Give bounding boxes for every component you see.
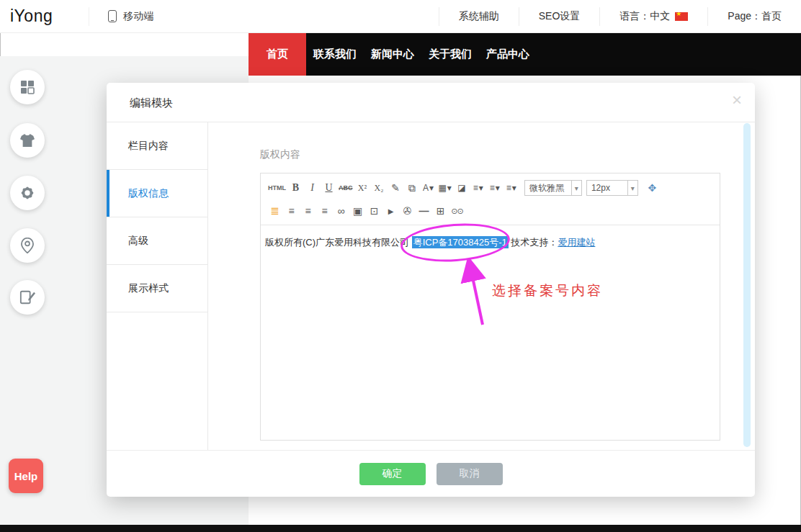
toolbar-buttons-row1: HTMLBIUABCX²X₂✎⧉A▾▦▾◪≡▾≡▾≡▾ — [267, 179, 520, 197]
china-flag-icon — [675, 12, 688, 21]
fullscreen-button[interactable]: ✥ — [644, 179, 661, 197]
editor-content[interactable]: 版权所有(C)广东爱用科技有限公司 粤ICP备17038425号-1 技术支持：… — [261, 225, 720, 260]
image-button[interactable]: ▣ — [349, 202, 366, 220]
font-size-value: 12px — [587, 183, 614, 193]
rich-text-editor: HTMLBIUABCX²X₂✎⧉A▾▦▾◪≡▾≡▾≡▾ 微软雅黑 ▾ 12px … — [260, 173, 720, 441]
icp-selected-text[interactable]: 粤ICP备17038425号-1 — [412, 236, 509, 248]
mobile-phone-icon — [108, 10, 117, 22]
tshirt-icon — [19, 133, 35, 148]
topbar: iYong 移动端 系统辅助 SEO设置 语言：中文 Page：首页 — [0, 0, 801, 33]
align-right-button[interactable]: ≡ — [316, 202, 333, 220]
dialog-scrollbar[interactable] — [743, 123, 751, 447]
italic-button[interactable]: I — [304, 179, 321, 197]
settings-button[interactable] — [10, 176, 45, 210]
dialog-tabs: 栏目内容版权信息高级展示样式 — [107, 122, 208, 450]
dialog-header: 编辑模块 × — [107, 83, 755, 122]
indent-button[interactable]: ≡▾ — [504, 179, 520, 197]
remove-format-button[interactable]: ◪ — [454, 179, 470, 197]
tab-advanced[interactable]: 高级 — [107, 217, 207, 265]
nav-contact[interactable]: 联系我们 — [306, 33, 364, 76]
pen-button[interactable]: ✎ — [388, 179, 404, 197]
mobile-toggle[interactable]: 移动端 — [89, 7, 153, 26]
bg-color-button[interactable]: ▦▾ — [437, 179, 454, 197]
dialog-title: 编辑模块 — [130, 96, 173, 110]
edit-module-dialog: 编辑模块 × 栏目内容版权信息高级展示样式 版权内容 HTMLBIUABCX²X… — [107, 83, 755, 497]
align-center-button[interactable]: ≡ — [300, 202, 316, 220]
toolbar-buttons-row2: ≣≡≡≡∞▣⊡▶✇—⊞⊙⊙ — [267, 202, 465, 220]
binoculars-button[interactable]: ⊙⊙ — [449, 202, 465, 220]
superscript-button[interactable]: X² — [354, 179, 371, 197]
toolbar-row-2: ≣≡≡≡∞▣⊡▶✇—⊞⊙⊙ — [267, 200, 714, 222]
theme-button[interactable] — [10, 123, 45, 158]
main-nav: 首页联系我们新闻中心关于我们产品中心 — [249, 33, 801, 76]
editor-toolbar: HTMLBIUABCX²X₂✎⧉A▾▦▾◪≡▾≡▾≡▾ 微软雅黑 ▾ 12px … — [261, 173, 720, 225]
paste-button[interactable]: ⧉ — [404, 179, 421, 197]
seo-settings-label: SEO设置 — [539, 10, 581, 23]
footer-bar — [0, 525, 801, 532]
edit-form-icon — [19, 289, 35, 305]
capture-button[interactable]: ⊡ — [366, 202, 382, 220]
subscript-button[interactable]: X₂ — [371, 179, 388, 197]
system-assist-label: 系统辅助 — [459, 10, 499, 23]
underline-button[interactable]: U — [321, 179, 337, 197]
dialog-content: 版权内容 HTMLBIUABCX²X₂✎⧉A▾▦▾◪≡▾≡▾≡▾ 微软雅黑 ▾ … — [209, 122, 755, 450]
font-family-value: 微软雅黑 — [525, 182, 568, 194]
dialog-footer: 确定 取消 — [107, 450, 755, 497]
attachment-button[interactable]: ✇ — [399, 202, 416, 220]
close-icon[interactable]: × — [732, 91, 742, 109]
cancel-button[interactable]: 取消 — [437, 463, 503, 485]
nav-news[interactable]: 新闻中心 — [364, 33, 421, 76]
confirm-button[interactable]: 确定 — [359, 463, 426, 485]
table-button[interactable]: ⊞ — [432, 202, 449, 220]
html-source-button[interactable]: HTML — [267, 179, 287, 197]
bold-button[interactable]: B — [287, 179, 304, 197]
tab-column-content[interactable]: 栏目内容 — [107, 122, 207, 170]
location-button[interactable] — [10, 228, 45, 263]
page-label: Page：首页 — [728, 10, 782, 23]
mobile-label: 移动端 — [123, 10, 153, 23]
seo-settings-menu[interactable]: SEO设置 — [519, 7, 600, 26]
font-family-select[interactable]: 微软雅黑 ▾ — [524, 180, 582, 196]
language-label: 语言：中文 — [619, 10, 670, 23]
line-height-button[interactable]: ≡▾ — [470, 179, 487, 197]
modules-button[interactable] — [10, 70, 45, 104]
font-color-button[interactable]: A▾ — [421, 179, 437, 197]
logo: iYong — [10, 6, 53, 26]
nav-about[interactable]: 关于我们 — [421, 33, 479, 76]
link-button[interactable]: ∞ — [333, 202, 349, 220]
hr-button[interactable]: — — [416, 202, 432, 220]
iyong-site-link[interactable]: 爱用建站 — [558, 237, 595, 248]
chevron-down-icon: ▾ — [627, 181, 637, 195]
support-text: 技术支持： — [509, 237, 558, 248]
strikethrough-button[interactable]: ABC — [337, 179, 354, 197]
tab-copyright-info[interactable]: 版权信息 — [107, 170, 207, 217]
modules-icon — [20, 80, 35, 94]
nav-home[interactable]: 首页 — [249, 33, 306, 76]
video-button[interactable]: ▶ — [382, 202, 399, 220]
map-pin-icon — [21, 238, 34, 253]
font-size-select[interactable]: 12px ▾ — [586, 180, 638, 196]
system-assist-menu[interactable]: 系统辅助 — [439, 7, 519, 26]
align-left-button[interactable]: ≡ — [283, 202, 300, 220]
tab-display-style[interactable]: 展示样式 — [107, 265, 207, 312]
edit-button[interactable] — [10, 280, 45, 315]
page-selector[interactable]: Page：首页 — [707, 7, 801, 26]
copyright-content-label: 版权内容 — [260, 148, 300, 161]
language-menu[interactable]: 语言：中文 — [599, 7, 707, 26]
align-button[interactable]: ≡▾ — [487, 179, 504, 197]
nav-products[interactable]: 产品中心 — [479, 33, 537, 76]
gear-icon — [19, 185, 35, 201]
chevron-down-icon: ▾ — [571, 181, 581, 195]
help-button[interactable]: Help — [9, 459, 43, 493]
copyright-text: 版权所有(C)广东爱用科技有限公司 — [265, 237, 412, 248]
highlight-list-button[interactable]: ≣ — [267, 202, 283, 220]
toolbar-row-1: HTMLBIUABCX²X₂✎⧉A▾▦▾◪≡▾≡▾≡▾ 微软雅黑 ▾ 12px … — [267, 177, 714, 199]
